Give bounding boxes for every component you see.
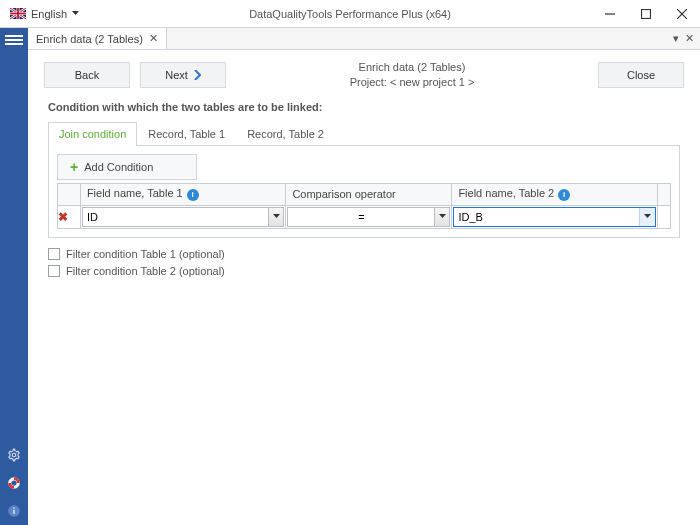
col-field2: Field name, Table 2i	[452, 183, 658, 205]
tab-record-table1[interactable]: Record, Table 1	[137, 122, 236, 146]
field1-combo[interactable]	[82, 207, 285, 227]
svg-rect-4	[10, 13, 26, 15]
tab-join-condition[interactable]: Join condition	[48, 122, 137, 146]
document-tabs: Enrich data (2 Tables) ✕ ▾ ✕	[28, 28, 700, 50]
wizard-heading: Enrich data (2 Tables)	[236, 60, 588, 75]
chevron-down-icon	[72, 11, 79, 16]
language-selector[interactable]: English	[4, 4, 85, 24]
field1-input[interactable]	[82, 207, 269, 227]
col-field1: Field name, Table 1i	[80, 183, 286, 205]
close-all-icon[interactable]: ✕	[685, 32, 694, 45]
operator-input[interactable]	[287, 207, 434, 227]
tab-options-icon[interactable]: ▾	[673, 32, 679, 45]
chevron-right-icon	[194, 70, 201, 80]
link-tabs: Join condition Record, Table 1 Record, T…	[48, 121, 680, 146]
plus-icon: +	[70, 160, 78, 174]
next-button[interactable]: Next	[140, 62, 226, 88]
svg-rect-6	[642, 9, 651, 18]
condition-header-row: Field name, Table 1i Comparison operator…	[58, 183, 671, 205]
info-icon[interactable]	[6, 503, 22, 519]
info-icon[interactable]: i	[187, 189, 199, 201]
flag-uk-icon	[10, 8, 26, 19]
join-panel: + Add Condition Field name, Table 1i Com…	[48, 146, 680, 238]
info-icon[interactable]: i	[558, 189, 570, 201]
checkbox-icon	[48, 248, 60, 260]
minimize-button[interactable]	[592, 0, 628, 28]
tab-record-table2[interactable]: Record, Table 2	[236, 122, 335, 146]
svg-point-9	[12, 453, 16, 457]
chevron-down-icon[interactable]	[434, 207, 450, 227]
operator-combo[interactable]	[287, 207, 450, 227]
filter-options: Filter condition Table 1 (optional) Filt…	[48, 248, 680, 277]
close-button[interactable]: Close	[598, 62, 684, 88]
filter-table2-checkbox[interactable]: Filter condition Table 2 (optional)	[48, 265, 680, 277]
back-button[interactable]: Back	[44, 62, 130, 88]
svg-rect-14	[13, 508, 14, 509]
section-title: Condition with which the two tables are …	[48, 101, 680, 113]
field2-combo[interactable]	[453, 207, 656, 227]
condition-table: Field name, Table 1i Comparison operator…	[57, 183, 671, 229]
chevron-down-icon[interactable]	[639, 208, 655, 226]
doc-tab-enrich[interactable]: Enrich data (2 Tables) ✕	[28, 28, 167, 49]
wizard-project: Project: < new project 1 >	[236, 75, 588, 90]
window-controls	[592, 0, 700, 28]
help-lifebuoy-icon[interactable]	[6, 475, 22, 491]
gear-icon[interactable]	[6, 447, 22, 463]
language-label: English	[31, 8, 67, 20]
svg-point-11	[11, 480, 16, 485]
left-rail	[0, 28, 28, 525]
add-condition-button[interactable]: + Add Condition	[57, 154, 197, 180]
close-window-button[interactable]	[664, 0, 700, 28]
svg-rect-13	[13, 510, 14, 514]
field2-input[interactable]	[454, 208, 639, 226]
close-icon[interactable]: ✕	[149, 32, 158, 45]
checkbox-icon	[48, 265, 60, 277]
filter-table1-checkbox[interactable]: Filter condition Table 1 (optional)	[48, 248, 680, 260]
chevron-down-icon[interactable]	[268, 207, 284, 227]
hamburger-icon[interactable]	[5, 33, 23, 47]
delete-row-icon[interactable]: ✖	[58, 210, 68, 224]
condition-row: ✖	[58, 205, 671, 228]
doc-tab-label: Enrich data (2 Tables)	[36, 33, 143, 45]
titlebar: English DataQualityTools Performance Plu…	[0, 0, 700, 28]
maximize-button[interactable]	[628, 0, 664, 28]
wizard-nav: Back Next Enrich data (2 Tables) Project…	[28, 50, 700, 101]
col-operator: Comparison operator	[286, 183, 452, 205]
